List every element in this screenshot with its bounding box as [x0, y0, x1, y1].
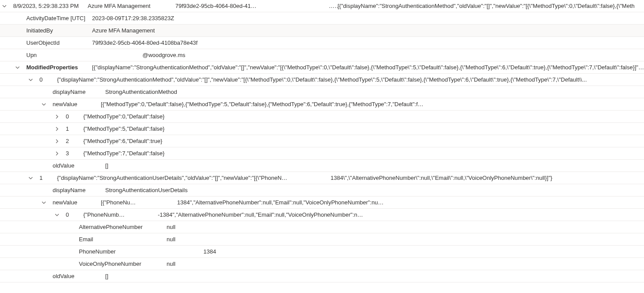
f-phone-label: PhoneNumber: [79, 248, 167, 255]
f-email-val: null: [167, 236, 175, 243]
initiatedby-value: Azure MFA Management: [92, 27, 155, 34]
initiatedby-label: InitiatedBy: [26, 27, 92, 34]
upn-value: @woodgrove.ms: [142, 52, 185, 58]
log-row-summary[interactable]: 8/9/2023, 5:29:38.233 PM Azure MFA Manag…: [0, 0, 644, 12]
userobj-value: 79f93de2-95cb-4064-80ed-4108ba78e43f: [92, 39, 198, 46]
detail-userobj-row: UserObjectId 79f93de2-95cb-4064-80ed-410…: [0, 37, 644, 49]
field-email: Email null: [0, 233, 644, 246]
modprop-item-1[interactable]: 1 {"displayName":"StrongAuthenticationUs…: [0, 172, 644, 184]
field-phone: PhoneNumber 1384: [0, 246, 644, 258]
modprops-preview: [{"displayName":"StrongAuthenticationMet…: [92, 64, 644, 71]
nv0-val: {"MethodType":0,"Default":false}: [83, 113, 164, 120]
item1-displayname-value: StrongAuthenticationUserDetails: [105, 187, 188, 193]
item0-oldvalue-label: oldValue: [53, 162, 105, 169]
f-phone-val: 1384: [203, 248, 216, 255]
item1-index: 1: [39, 175, 57, 181]
summary-json: [{"displayName":"StrongAuthenticationMet…: [338, 3, 644, 9]
nv3-val: {"MethodType":7,"Default":false}: [83, 150, 164, 157]
item1-newvalue-label: newValue: [53, 199, 101, 206]
item1-newvalue-preview-a: [{"PhoneNumber": [101, 199, 140, 206]
nv1-val: {"MethodType":5,"Default":false}: [83, 125, 164, 132]
item0-newvalue-row[interactable]: newValue [{"MethodType":0,"Default":fals…: [0, 98, 644, 111]
summary-mid: …: [329, 3, 338, 9]
chevron-down-icon[interactable]: [26, 78, 35, 82]
item0-oldvalue-value: []: [105, 162, 108, 169]
chevron-right-icon[interactable]: [53, 127, 61, 131]
userobj-label: UserObjectId: [26, 39, 92, 46]
nv2-val: {"MethodType":6,"Default":true}: [83, 138, 162, 144]
field-altphone: AlternativePhoneNumber null: [0, 221, 644, 233]
item0-nv-0[interactable]: 0 {"MethodType":0,"Default":false}: [0, 111, 644, 123]
item0-displayname-label: displayName: [53, 89, 105, 95]
item1-preview-b: 1384\",\"AlternativePhoneNumber\":null,\…: [331, 175, 644, 181]
item1-displayname-row: displayName StrongAuthenticationUserDeta…: [0, 184, 644, 197]
summary-guid: 79f93de2-95cb-4064-80ed-41…: [175, 3, 329, 9]
nv2-idx: 2: [66, 138, 83, 144]
chevron-right-icon[interactable]: [53, 151, 61, 156]
chevron-down-icon[interactable]: [0, 4, 9, 8]
item0-preview: {"displayName":"StrongAuthenticationMeth…: [57, 76, 644, 83]
item1-oldvalue-value: []: [105, 273, 108, 279]
item1-nv0-idx: 0: [66, 211, 83, 218]
item1-displayname-label: displayName: [53, 187, 105, 193]
item1-oldvalue-label: oldValue: [53, 273, 105, 279]
item1-nv0-preview-a: {"PhoneNumber":": [83, 211, 127, 218]
summary-timestamp: 8/9/2023, 5:29:38.233 PM: [13, 3, 88, 9]
chevron-down-icon[interactable]: [13, 65, 22, 70]
modprops-label: ModifiedProperties: [26, 64, 92, 71]
item1-nv0-preview-b: -1384","AlternativePhoneNumber":null,"Em…: [158, 211, 644, 218]
nv0-idx: 0: [66, 113, 83, 120]
item1-newvalue-preview-b: 1384","AlternativePhoneNumber":null,"Ema…: [177, 199, 644, 206]
item0-index: 0: [39, 76, 57, 83]
item0-newvalue-label: newValue: [53, 101, 101, 107]
chevron-right-icon[interactable]: [53, 139, 61, 143]
chevron-down-icon[interactable]: [53, 213, 61, 217]
item0-displayname-value: StrongAuthenticationMethod: [105, 89, 177, 95]
activity-label: ActivityDateTime [UTC]: [26, 15, 92, 21]
item1-oldvalue-row: oldValue []: [0, 270, 644, 282]
detail-upn-row: Upn @woodgrove.ms: [0, 49, 644, 61]
item0-oldvalue-row: oldValue []: [0, 160, 644, 172]
item1-newvalue-row[interactable]: newValue [{"PhoneNumber" 1384","Alternat…: [0, 197, 644, 209]
f-alt-val: null: [167, 224, 175, 230]
field-voice: VoiceOnlyPhoneNumber null: [0, 258, 644, 270]
nv3-idx: 3: [66, 150, 83, 157]
chevron-right-icon[interactable]: [53, 114, 61, 119]
f-voice-val: null: [167, 261, 175, 267]
item0-nv-2[interactable]: 2 {"MethodType":6,"Default":true}: [0, 135, 644, 147]
detail-initiatedby-row: InitiatedBy Azure MFA Management: [0, 25, 644, 37]
item1-nv-0[interactable]: 0 {"PhoneNumber":" -1384","AlternativePh…: [0, 209, 644, 221]
modprop-item-0[interactable]: 0 {"displayName":"StrongAuthenticationMe…: [0, 74, 644, 86]
summary-app: Azure MFA Management: [88, 3, 175, 9]
chevron-down-icon[interactable]: [39, 200, 48, 205]
item0-nv-3[interactable]: 3 {"MethodType":7,"Default":false}: [0, 147, 644, 160]
nv1-idx: 1: [66, 125, 83, 132]
modified-properties-row[interactable]: ModifiedProperties [{"displayName":"Stro…: [0, 61, 644, 74]
upn-label: Upn: [26, 52, 92, 58]
item0-newvalue-preview: [{"MethodType":0,"Default":false},{"Meth…: [101, 101, 644, 107]
chevron-down-icon[interactable]: [39, 102, 48, 107]
activity-value: 2023-08-09T17:29:38.2335823Z: [92, 15, 174, 21]
f-email-label: Email: [79, 236, 167, 243]
item0-nv-1[interactable]: 1 {"MethodType":5,"Default":false}: [0, 123, 644, 135]
detail-activity-row: ActivityDateTime [UTC] 2023-08-09T17:29:…: [0, 12, 644, 25]
f-voice-label: VoiceOnlyPhoneNumber: [79, 261, 167, 267]
item0-displayname-row: displayName StrongAuthenticationMethod: [0, 86, 644, 98]
item1-preview-a: {"displayName":"StrongAuthenticationUser…: [57, 175, 289, 181]
f-alt-label: AlternativePhoneNumber: [79, 224, 167, 230]
chevron-down-icon[interactable]: [26, 176, 35, 180]
